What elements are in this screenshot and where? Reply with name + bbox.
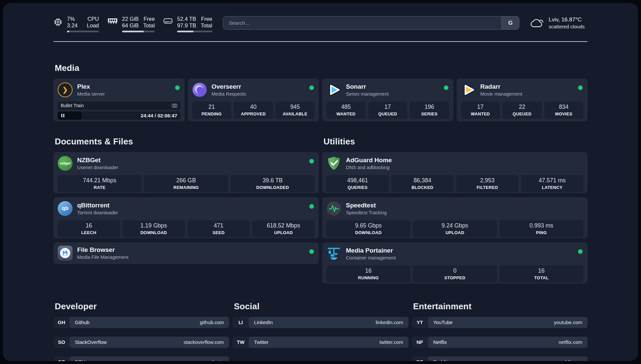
stat-box: 485 WANTED — [326, 102, 366, 119]
bookmark-domain: dev.to — [211, 359, 224, 361]
service-card-overseerr[interactable]: Overseerr Media Requests 21 PENDING 40 A… — [188, 78, 319, 121]
stat-box: 2,953 FILTERED — [456, 175, 519, 192]
bookmark-reddit[interactable]: RE Reddit reddit.com — [412, 356, 588, 361]
weather-condition: scattered clouds — [549, 23, 585, 30]
stat-value: 834 — [559, 104, 568, 110]
service-card-adguard[interactable]: AdGuard Home DNS and adblocking 498,461 … — [322, 152, 588, 193]
bookmarks-developer: Developer GH Github github.com SO StackO… — [53, 301, 229, 361]
cpu-load: 3.24 — [67, 22, 77, 29]
disk-progress-fill — [177, 31, 194, 32]
bookmark-abbr: SO — [53, 337, 70, 348]
stat-value: 47.571 ms — [539, 177, 566, 184]
service-card-qbittorrent[interactable]: qb qBittorrent Torrent downloader 16 LEE… — [53, 197, 319, 238]
service-card-sonarr[interactable]: Sonarr Series management 485 WANTED 17 Q… — [322, 78, 453, 121]
bookmark-abbr: RE — [412, 356, 428, 361]
cpu-widget: 7% 3.24 CPU Load — [53, 15, 99, 32]
bookmark-abbr: TW — [232, 337, 249, 348]
stat-label: WANTED — [336, 111, 355, 116]
bookmark-domain: github.com — [200, 319, 224, 325]
bookmarks-entertainment: Entertainment YT YouTube youtube.com NF … — [412, 301, 588, 361]
bookmark-domain: stackoverflow.com — [184, 339, 224, 345]
bookmark-netflix[interactable]: NF Netflix netflix.com — [412, 337, 588, 348]
stat-box: 744.21 Mbps RATE — [58, 175, 141, 192]
bookmark-linkedin[interactable]: LI LinkedIn linkedin.com — [232, 317, 408, 328]
stat-value: 9.65 Gbps — [355, 222, 382, 229]
stat-box: 16 TOTAL — [500, 265, 583, 283]
stat-label: DOWNLOADED — [256, 185, 289, 190]
stat-label: QUEUED — [513, 111, 532, 116]
service-title: NZBGet — [77, 157, 118, 164]
bookmark-domain: youtube.com — [554, 319, 582, 325]
stat-box: 1.19 Gbps DOWNLOAD — [123, 220, 185, 237]
stat-value: 618.52 Mbps — [267, 222, 300, 229]
stat-box: 17 QUEUED — [368, 102, 408, 119]
stat-label: QUERIES — [348, 185, 368, 190]
bookmark-github[interactable]: GH Github github.com — [53, 317, 229, 328]
stat-label: AVAILABLE — [283, 111, 307, 116]
stat-box: 9.24 Gbps UPLOAD — [413, 220, 497, 237]
section-title-developer: Developer — [55, 301, 229, 312]
section-title-documents: Documents & Files — [55, 136, 319, 147]
stat-box: 16 RUNNING — [326, 265, 410, 283]
service-card-nzbget[interactable]: nzbget NZBGet Usenet downloader 744.21 M… — [53, 152, 319, 193]
service-card-plex[interactable]: ❯ Plex Media server Bullet Train — [53, 78, 185, 121]
bookmark-name: LinkedIn — [254, 319, 273, 325]
bookmark-stackoverflow[interactable]: SO StackOverflow stackoverflow.com — [53, 337, 229, 348]
memory-free: 22 GiB — [122, 15, 138, 22]
stat-box: 21 PENDING — [192, 102, 231, 119]
disk-widget-body: 52.4 TB 97.9 TB Free Total — [177, 15, 212, 32]
bookmark-name: Reddit — [433, 359, 447, 361]
stat-label: REMAINING — [173, 185, 199, 190]
search-provider-button[interactable]: G — [502, 16, 519, 29]
memory-labels: Free Total — [143, 15, 155, 29]
weather-location-temp: Lviv, 16.87°C — [549, 16, 585, 23]
plex-icon: ❯ — [58, 82, 73, 97]
service-subtitle: DNS and adblocking — [346, 165, 392, 170]
memory-progress-fill — [122, 31, 144, 32]
qbittorrent-icon: qb — [58, 201, 73, 216]
section-title-media: Media — [55, 63, 588, 73]
radarr-icon — [461, 82, 476, 97]
stat-value: 39.6 TB — [262, 177, 283, 184]
bookmark-dev[interactable]: DT DEV dev.to — [53, 356, 229, 361]
stat-value: 17 — [477, 104, 483, 110]
service-title: Overseerr — [212, 83, 246, 90]
stat-box: 39.6 TB DOWNLOADED — [231, 175, 315, 192]
bookmark-name: StackOverflow — [75, 339, 107, 345]
bookmark-twitter[interactable]: TW Twitter twitter.com — [232, 337, 408, 348]
section-title-entertainment: Entertainment — [413, 301, 588, 312]
stat-value: 0 — [453, 267, 457, 274]
stat-value: 744.21 Mbps — [83, 177, 116, 184]
bookmark-abbr: LI — [232, 317, 249, 328]
bookmark-domain: linkedin.com — [376, 319, 403, 325]
service-card-filebrowser[interactable]: File Browser Media File Management — [53, 242, 319, 264]
disk-label-1: Free — [201, 15, 212, 22]
service-subtitle: Torrent downloader — [77, 210, 118, 215]
status-dot — [309, 85, 314, 90]
stat-label: UPLOAD — [274, 230, 293, 235]
bookmark-youtube[interactable]: YT YouTube youtube.com — [412, 317, 588, 328]
stat-box: 0.993 ms PING — [500, 220, 583, 237]
cpu-progress-fill — [67, 31, 69, 32]
service-card-portainer[interactable]: Media Portainer Container management 16 … — [322, 242, 588, 284]
disk-total: 97.9 TB — [177, 22, 196, 29]
pause-button[interactable] — [58, 111, 81, 120]
stat-box: 498,461 QUERIES — [326, 175, 389, 192]
search-input[interactable] — [223, 16, 502, 29]
service-title: Media Portainer — [346, 247, 396, 254]
disk-progress-track — [177, 31, 212, 32]
service-card-speedtest[interactable]: Speedtest Speedtest Tracking 9.65 Gbps D… — [322, 197, 588, 238]
stat-label: QUEUED — [378, 111, 397, 116]
stat-label: LEECH — [81, 230, 97, 235]
header-divider — [53, 41, 588, 42]
stat-box: 16 LEECH — [58, 220, 120, 237]
memory-label-2: Total — [143, 22, 155, 29]
stat-label: RUNNING — [358, 275, 379, 280]
top-bar: 7% 3.24 CPU Load — [53, 15, 588, 32]
service-card-radarr[interactable]: Radarr Movie management 17 WANTED 22 QUE… — [457, 78, 588, 121]
stat-box: 17 WANTED — [461, 102, 500, 119]
bookmark-abbr: NF — [412, 337, 428, 348]
stat-value: 498,461 — [347, 177, 368, 184]
status-dot — [309, 159, 314, 164]
now-playing-title: Bullet Train — [61, 103, 84, 108]
